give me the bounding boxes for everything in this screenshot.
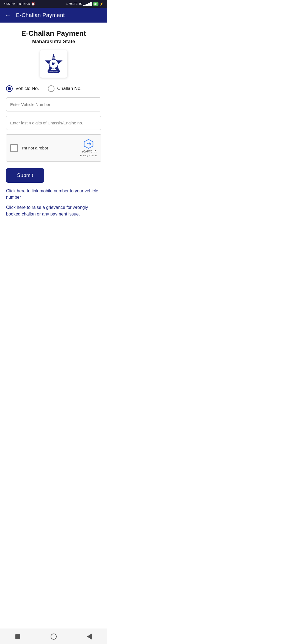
recaptcha-links: Privacy - Terms (80, 154, 97, 157)
radio-label-vehicle: Vehicle No. (15, 86, 39, 91)
chassis-engine-input[interactable] (6, 116, 101, 130)
recaptcha-right: reCAPTCHA Privacy - Terms (80, 139, 97, 157)
charging-icon: ⚡ (100, 2, 103, 6)
svg-text:पोलीस: पोलीस (52, 58, 56, 60)
app-bar: ← E-Challan Payment (0, 8, 107, 23)
battery-icon: 88 (93, 2, 98, 6)
volte-icon: VoLTE (69, 2, 78, 6)
network-speed: | (17, 2, 18, 6)
police-logo: ☛ महाराष्ट्र पोलीस महाराष्ट्र पोलीस (40, 50, 67, 78)
radio-challan-no[interactable]: Challan No. (48, 85, 82, 92)
page-title: E-Challan Payment (21, 29, 86, 38)
status-right: ▸ VoLTE 4G ▂▄▆█ 88 ⚡ (67, 2, 103, 6)
radio-outer-challan (48, 85, 54, 92)
recaptcha-left: I'm not a robot (10, 144, 48, 152)
alarm-icon: ⏰ (31, 2, 35, 6)
status-bar: 4:05 PM | 0.0KB/s ⏰ ··· ▸ VoLTE 4G ▂▄▆█ … (0, 0, 107, 8)
radio-label-challan: Challan No. (57, 86, 82, 91)
submit-button[interactable]: Submit (6, 168, 44, 183)
recaptcha-text: I'm not a robot (22, 146, 48, 150)
radio-inner-vehicle (8, 87, 11, 90)
radio-group: Vehicle No. Challan No. (6, 85, 101, 92)
status-left: 4:05 PM | 0.0KB/s ⏰ ··· (4, 2, 40, 6)
radio-outer-vehicle (6, 85, 13, 92)
network-speed-value: 0.0KB/s (19, 2, 30, 6)
recaptcha-box[interactable]: I'm not a robot reCAPTCHA Privacy - Term… (6, 134, 101, 162)
app-bar-title: E-Challan Payment (16, 12, 65, 18)
link-grievance[interactable]: Click here to raise a grievance for wron… (6, 204, 101, 217)
signal-4g-icon: 4G (79, 2, 82, 6)
link-mobile-number[interactable]: Click here to link mobile number to your… (6, 188, 101, 200)
dots-menu: ··· (37, 2, 39, 6)
bluetooth-icon: ▸ (67, 2, 68, 6)
back-button[interactable]: ← (5, 12, 11, 19)
svg-text:महाराष्ट्र पोलीस: महाराष्ट्र पोलीस (49, 70, 59, 73)
radio-vehicle-no[interactable]: Vehicle No. (6, 85, 39, 92)
vehicle-number-input[interactable] (6, 97, 101, 111)
page-subtitle: Maharashtra State (32, 39, 75, 45)
time: 4:05 PM (4, 2, 15, 6)
svg-text:☛: ☛ (51, 61, 56, 67)
recaptcha-brand: reCAPTCHA (81, 150, 97, 153)
main-content: E-Challan Payment Maharashtra State ☛ मह… (0, 23, 107, 227)
signal-bars-icon: ▂▄▆█ (83, 2, 92, 6)
recaptcha-checkbox[interactable] (10, 144, 18, 152)
